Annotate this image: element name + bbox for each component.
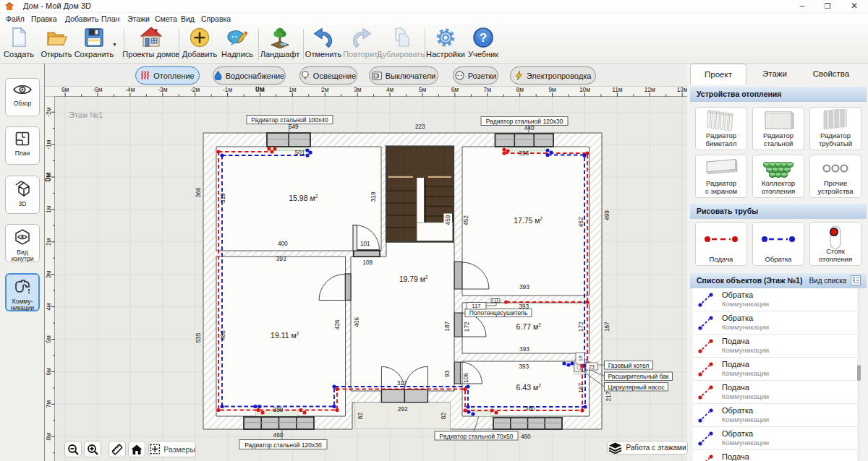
- svg-text:217: 217: [605, 391, 612, 401]
- svg-text:93: 93: [443, 370, 451, 377]
- svg-text:393: 393: [519, 150, 529, 157]
- svg-text:187: 187: [443, 321, 451, 331]
- svg-text:223: 223: [415, 123, 425, 130]
- svg-text:6.43 м2: 6.43 м2: [516, 383, 542, 392]
- svg-text:3м: 3м: [45, 270, 52, 278]
- svg-text:452: 452: [462, 215, 469, 225]
- svg-text:109: 109: [362, 259, 373, 266]
- svg-text:Радиатор стальной 70x50: Радиатор стальной 70x50: [440, 433, 514, 440]
- svg-text:13м: 13м: [677, 87, 687, 93]
- svg-text:172: 172: [463, 322, 470, 332]
- svg-text:-2м: -2м: [190, 87, 200, 93]
- svg-text:393: 393: [519, 345, 529, 353]
- svg-text:6.77 м2: 6.77 м2: [516, 322, 542, 331]
- svg-text:Газовый котел: Газовый котел: [608, 362, 650, 369]
- svg-text:501: 501: [295, 149, 305, 156]
- svg-text:1м: 1м: [289, 87, 297, 93]
- svg-text:535: 535: [195, 332, 202, 342]
- svg-text:460: 460: [521, 433, 531, 440]
- svg-text:393: 393: [519, 363, 529, 370]
- svg-text:-1м: -1м: [223, 87, 232, 93]
- svg-text:17.75 м2: 17.75 м2: [514, 216, 542, 225]
- svg-text:488: 488: [219, 330, 226, 340]
- svg-text:7м: 7м: [45, 400, 52, 408]
- svg-text:2м: 2м: [45, 238, 52, 246]
- svg-text:4м: 4м: [386, 87, 394, 93]
- svg-text:452: 452: [577, 217, 584, 227]
- svg-text:19.11 м2: 19.11 м2: [271, 331, 299, 340]
- svg-text:10м: 10м: [579, 87, 590, 93]
- svg-text:-2м: -2м: [45, 107, 52, 116]
- svg-text:82: 82: [440, 413, 447, 420]
- svg-text:3м: 3м: [354, 87, 362, 93]
- svg-text:6м: 6м: [45, 368, 52, 376]
- svg-text:101: 101: [360, 240, 370, 247]
- svg-text:2м: 2м: [321, 87, 329, 93]
- svg-text:172: 172: [577, 322, 584, 332]
- svg-text:292: 292: [398, 405, 408, 413]
- svg-text:117: 117: [472, 303, 481, 309]
- svg-text:15.98 м2: 15.98 м2: [289, 194, 318, 202]
- svg-text:-5м: -5м: [93, 87, 102, 93]
- svg-text:317: 317: [397, 379, 407, 387]
- svg-text:6м: 6м: [451, 87, 459, 93]
- svg-text:7м: 7м: [484, 87, 492, 93]
- svg-text:366: 366: [195, 187, 202, 197]
- svg-text:106: 106: [462, 373, 469, 383]
- svg-text:Расширительный бак: Расширительный бак: [608, 373, 668, 380]
- svg-text:19: 19: [578, 356, 583, 361]
- svg-text:319: 319: [219, 193, 226, 203]
- svg-text:Этаж №1: Этаж №1: [69, 111, 103, 119]
- svg-text:167: 167: [577, 383, 584, 393]
- svg-text:187: 187: [604, 322, 611, 332]
- svg-text:380: 380: [273, 406, 284, 413]
- svg-text:426: 426: [333, 319, 341, 329]
- svg-text:499: 499: [603, 210, 610, 220]
- svg-text:-1м: -1м: [45, 139, 52, 149]
- svg-text:459: 459: [444, 215, 451, 225]
- svg-text:380: 380: [525, 405, 535, 412]
- svg-text:6м: 6м: [61, 87, 69, 93]
- svg-text:8м: 8м: [516, 87, 524, 93]
- svg-text:Радиатор стальной 100x40: Радиатор стальной 100x40: [251, 116, 328, 124]
- svg-text:9м: 9м: [548, 87, 556, 93]
- svg-text:?: ?: [480, 31, 487, 45]
- svg-text:0м: 0м: [45, 173, 52, 182]
- svg-text:8м: 8м: [45, 433, 52, 441]
- svg-text:5м: 5м: [45, 335, 52, 343]
- svg-text:1м: 1м: [45, 205, 52, 213]
- svg-text:400: 400: [278, 240, 288, 247]
- svg-text:12м: 12м: [644, 87, 655, 93]
- svg-text:Радиатор стальной 120x30: Радиатор стальной 120x30: [244, 441, 322, 449]
- svg-text:82: 82: [357, 413, 364, 420]
- svg-text:19.79 м2: 19.79 м2: [399, 275, 428, 283]
- svg-text:-4м: -4м: [125, 87, 135, 93]
- svg-text:393: 393: [276, 255, 286, 262]
- svg-text:393: 393: [519, 303, 529, 310]
- svg-text:5м: 5м: [419, 87, 427, 93]
- svg-text:4м: 4м: [45, 303, 52, 311]
- svg-text:Полотенцесушитель: Полотенцесушитель: [469, 309, 528, 316]
- svg-text:406: 406: [353, 316, 360, 327]
- svg-text:Циркулярный насос: Циркулярный насос: [608, 384, 665, 391]
- svg-text:-3м: -3м: [158, 87, 167, 93]
- svg-text:Радиатор стальной 120x30: Радиатор стальной 120x30: [486, 118, 563, 125]
- svg-text:393: 393: [519, 283, 529, 290]
- svg-text:0м: 0м: [255, 87, 265, 93]
- svg-text:319: 319: [370, 191, 377, 202]
- svg-text:11м: 11м: [612, 87, 623, 93]
- svg-text:23: 23: [589, 364, 595, 369]
